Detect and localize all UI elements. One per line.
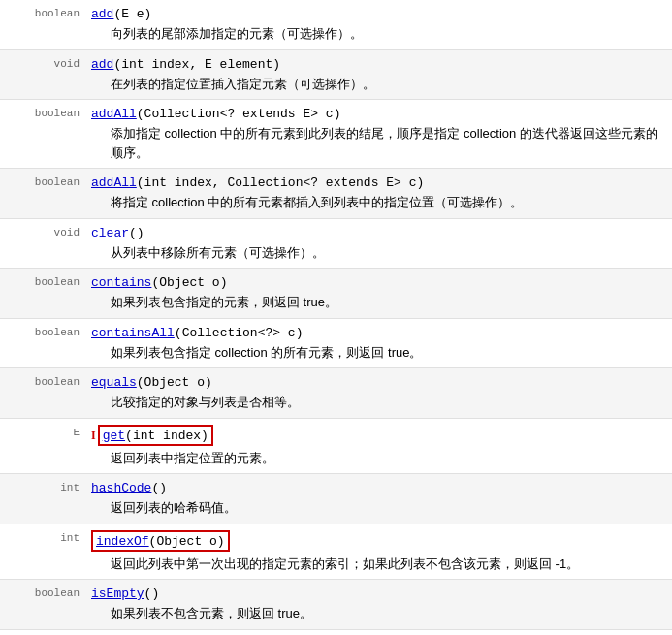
- method-block: add(int index, E element)在列表的指定位置插入指定元素（…: [87, 56, 672, 94]
- method-signature-line: isEmpty(): [91, 586, 666, 601]
- method-link[interactable]: contains: [91, 275, 151, 290]
- api-row: voidadd(int index, E element)在列表的指定位置插入指…: [0, 50, 672, 101]
- return-type: boolean: [0, 325, 87, 338]
- method-block: containsAll(Collection<?> c)如果列表包含指定 col…: [87, 325, 672, 363]
- method-link[interactable]: add: [91, 57, 113, 72]
- method-link[interactable]: containsAll: [91, 326, 175, 340]
- method-signature-line: addAll(Collection<? extends E> c): [91, 106, 666, 121]
- method-link[interactable]: indexOf: [96, 534, 149, 549]
- method-description: 如果列表不包含元素，则返回 true。: [91, 601, 666, 623]
- method-signature-line: add(int index, E element): [91, 56, 666, 72]
- method-signature-line: contains(Object o): [91, 274, 666, 290]
- api-row: EIget(int index)返回列表中指定位置的元素。: [0, 419, 672, 475]
- api-row: intindexOf(Object o)返回此列表中第一次出现的指定元素的索引；…: [0, 524, 672, 581]
- method-signature-line: containsAll(Collection<?> c): [91, 325, 666, 340]
- method-description: 如果列表包含指定的元素，则返回 true。: [91, 290, 666, 312]
- method-block: addAll(Collection<? extends E> c)添加指定 co…: [87, 106, 672, 162]
- return-type: boolean: [0, 274, 87, 288]
- method-signature-line: equals(Object o): [91, 374, 666, 390]
- return-type: boolean: [0, 374, 87, 388]
- method-description: 添加指定 collection 中的所有元素到此列表的结尾，顺序是指定 coll…: [91, 121, 666, 162]
- api-row: voidclear()从列表中移除所有元素（可选操作）。: [0, 219, 672, 270]
- return-type: int: [0, 530, 87, 544]
- api-row: booleancontains(Object o)如果列表包含指定的元素，则返回…: [0, 269, 672, 319]
- method-signature-line: clear(): [91, 225, 666, 240]
- method-link[interactable]: addAll: [91, 175, 137, 190]
- return-type: boolean: [0, 175, 87, 188]
- api-row: booleanaddAll(Collection<? extends E> c)…: [0, 100, 672, 169]
- method-description: 返回此列表中第一次出现的指定元素的索引；如果此列表不包含该元素，则返回 -1。: [91, 552, 666, 574]
- method-params: (Collection<?> c): [175, 326, 304, 340]
- method-params: (int index, Collection<? extends E> c): [137, 175, 424, 190]
- return-type: boolean: [0, 106, 87, 119]
- return-type: boolean: [0, 6, 87, 19]
- method-description: 从列表中移除所有元素（可选操作）。: [91, 240, 666, 263]
- method-params: (Object o): [151, 275, 227, 290]
- return-type: void: [0, 225, 87, 238]
- method-params: (): [151, 481, 167, 495]
- method-description: 返回列表的哈希码值。: [91, 495, 666, 518]
- method-description: 在列表的指定位置插入指定元素（可选操作）。: [91, 72, 666, 94]
- highlighted-method-box[interactable]: get(int index): [98, 425, 213, 446]
- method-block: isEmpty()如果列表不包含元素，则返回 true。: [87, 586, 672, 623]
- cursor-icon: I: [91, 429, 96, 442]
- method-block: hashCode()返回列表的哈希码值。: [87, 480, 672, 518]
- method-params: (): [144, 587, 160, 601]
- method-params: (int index, E element): [113, 57, 280, 72]
- method-block: clear()从列表中移除所有元素（可选操作）。: [87, 225, 672, 263]
- method-params: (int index): [125, 429, 208, 443]
- api-row: booleanadd(E e)向列表的尾部添加指定的元素（可选操作）。: [0, 0, 672, 50]
- method-block: add(E e)向列表的尾部添加指定的元素（可选操作）。: [87, 6, 672, 44]
- return-type: int: [0, 480, 87, 493]
- method-description: 比较指定的对象与列表是否相等。: [91, 390, 666, 412]
- method-params: (Object o): [137, 375, 212, 390]
- method-signature-line: hashCode(): [91, 480, 666, 495]
- method-block: addAll(int index, Collection<? extends E…: [87, 175, 672, 212]
- method-description: 如果列表包含指定 collection 的所有元素，则返回 true。: [91, 340, 666, 363]
- method-signature-line: add(E e): [91, 6, 666, 21]
- return-type: boolean: [0, 586, 87, 599]
- method-params: (E e): [113, 7, 151, 21]
- api-row: booleanaddAll(int index, Collection<? ex…: [0, 169, 672, 219]
- api-row: ⊕Iterator<E>iterator()返回按适当顺序在列表的元素上进行迭代…: [0, 630, 672, 636]
- method-link[interactable]: equals: [91, 375, 137, 390]
- method-signature-line: indexOf(Object o): [91, 530, 666, 552]
- method-block: contains(Object o)如果列表包含指定的元素，则返回 true。: [87, 274, 672, 312]
- method-params: (Collection<? extends E> c): [137, 107, 341, 121]
- method-link[interactable]: get: [103, 429, 125, 443]
- method-block: indexOf(Object o)返回此列表中第一次出现的指定元素的索引；如果此…: [87, 530, 672, 574]
- method-description: 返回列表中指定位置的元素。: [91, 446, 666, 468]
- return-type: E: [0, 425, 87, 438]
- method-link[interactable]: addAll: [91, 107, 137, 121]
- method-description: 向列表的尾部添加指定的元素（可选操作）。: [91, 21, 666, 44]
- method-params: (): [129, 226, 144, 240]
- api-row: booleancontainsAll(Collection<?> c)如果列表包…: [0, 319, 672, 369]
- api-container: booleanadd(E e)向列表的尾部添加指定的元素（可选操作）。voida…: [0, 0, 672, 635]
- api-row: booleanisEmpty()如果列表不包含元素，则返回 true。: [0, 580, 672, 630]
- method-block: equals(Object o)比较指定的对象与列表是否相等。: [87, 374, 672, 412]
- method-link[interactable]: add: [91, 7, 113, 21]
- api-row: inthashCode()返回列表的哈希码值。: [0, 474, 672, 524]
- return-type: void: [0, 56, 87, 70]
- method-signature-line: addAll(int index, Collection<? extends E…: [91, 175, 666, 190]
- method-params: (Object o): [149, 534, 225, 549]
- highlighted-method-box[interactable]: indexOf(Object o): [91, 530, 230, 552]
- api-row: booleanequals(Object o)比较指定的对象与列表是否相等。: [0, 368, 672, 419]
- method-link[interactable]: isEmpty: [91, 587, 144, 601]
- method-link[interactable]: clear: [91, 226, 129, 240]
- method-link[interactable]: hashCode: [91, 481, 151, 495]
- method-description: 将指定 collection 中的所有元素都插入到列表中的指定位置（可选操作）。: [91, 190, 666, 212]
- method-signature-line: Iget(int index): [91, 425, 666, 446]
- method-block: Iget(int index)返回列表中指定位置的元素。: [87, 425, 672, 468]
